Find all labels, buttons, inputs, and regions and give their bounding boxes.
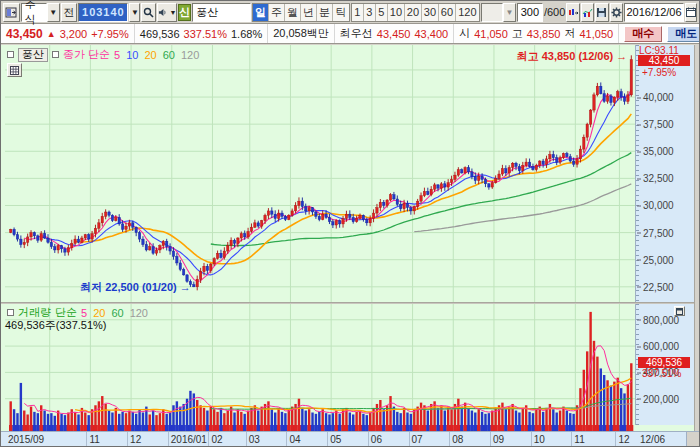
window-panel-button[interactable] [3, 3, 20, 22]
date-axis-separator [327, 432, 328, 447]
speaker-icon [158, 8, 167, 17]
asset-type-value: 주식 [21, 3, 47, 22]
low-value: 41,050 [579, 28, 613, 40]
date-label-04: 04 [289, 434, 300, 445]
high-value: 43,850 [527, 28, 561, 40]
search-button[interactable] [141, 3, 156, 22]
value-group: 20,058백만 [268, 24, 335, 43]
resize-grip[interactable] [686, 432, 700, 447]
interval-button-30[interactable]: 30 [422, 4, 439, 21]
date-label-2016/01: 2016/01 [171, 434, 207, 445]
ohl-group: 시 41,050 고 43,850 저 41,050 [454, 24, 619, 43]
speaker-dropdown-arrow[interactable]: ▼ [169, 9, 176, 16]
settings-button[interactable] [610, 3, 623, 22]
bar-count-input[interactable]: 300 [517, 3, 543, 22]
interval-button-3[interactable]: 3 [364, 4, 376, 21]
stock-name-field[interactable]: 풍산 [192, 3, 251, 22]
date-axis-separator [449, 432, 450, 447]
pane-expand-button[interactable] [674, 306, 685, 316]
asset-type-dropdown-arrow[interactable]: ▼ [47, 3, 60, 22]
turnover-pct: 1.68% [231, 28, 262, 40]
price-legend: 풍산 종가 단순 5102060120 [7, 47, 205, 62]
tab-period-년[interactable]: 년 [301, 4, 317, 21]
date-axis: 2015/0911122016/010203040506070809101112… [1, 431, 700, 447]
calendar-icon [686, 7, 696, 17]
date-label-06: 06 [371, 434, 382, 445]
ma-period-20: 20 [144, 49, 156, 61]
interval-button-10[interactable]: 10 [388, 4, 405, 21]
series-checkbox[interactable] [7, 51, 14, 58]
empty-combo[interactable]: ▼ [481, 3, 516, 22]
high-annotation: 최고 43,850 (12/06) → [517, 49, 628, 64]
bar-count-max: /600 [544, 6, 565, 18]
expand-icon [676, 308, 683, 315]
right-scrollbar[interactable] [694, 45, 700, 431]
compare-chart-button[interactable] [566, 3, 579, 22]
overlay-chart-button[interactable] [581, 3, 594, 22]
tab-period-틱[interactable]: 틱 [333, 4, 349, 21]
sell-button[interactable]: 매도 [667, 26, 700, 42]
tab-period-일[interactable]: 일 [253, 4, 269, 21]
volume-tick-200,000: 200,000 [643, 393, 679, 404]
empty-combo-arrow[interactable]: ▼ [503, 3, 516, 22]
current-price: 43,450 [6, 27, 43, 41]
trade-buttons: 매수 매도 [619, 24, 700, 43]
save-icon [596, 7, 607, 18]
date-axis-separator [86, 432, 87, 447]
best-label: 최우선 [340, 26, 373, 41]
tab-period-분[interactable]: 분 [317, 4, 333, 21]
current-pct-label: +7.95% [642, 67, 676, 78]
price-axis: LC:93.11 43,450 +7.95% 40,00037,50035,00… [635, 45, 694, 302]
interval-button-20[interactable]: 20 [405, 4, 422, 21]
date-label-10: 10 [534, 434, 545, 445]
date-axis-separator [615, 432, 616, 447]
date-field[interactable]: 2016/12/06 [624, 3, 684, 22]
interval-button-60[interactable]: 60 [439, 4, 456, 21]
interval-button-1[interactable]: 1 [352, 4, 364, 21]
volume-pct-label: 337.51% [642, 368, 681, 379]
price-tick-30,000: 30,000 [643, 200, 674, 211]
announce-button[interactable]: ▼ [157, 3, 177, 22]
date-label-12: 12 [130, 434, 141, 445]
stock-code-input[interactable]: 103140 [78, 3, 128, 22]
ma-checkbox[interactable] [52, 51, 59, 58]
minute-interval-group: 13510203060120 [351, 3, 480, 22]
open-label: 시 [459, 26, 470, 41]
buy-button[interactable]: 매수 [624, 26, 662, 42]
date-label-12/06: 12/06 [640, 434, 665, 445]
overlay-chart-icon [582, 7, 593, 18]
best-ask: 43,450 [377, 28, 411, 40]
date-axis-separator [286, 432, 287, 447]
quote-bar: 43,450 ▲ 3,200 +7.95% 469,536 337.51% 1.… [1, 24, 699, 44]
interval-button-120[interactable]: 120 [456, 4, 479, 21]
price-legend-name[interactable]: 풍산 [18, 48, 48, 62]
interval-button-5[interactable]: 5 [376, 4, 388, 21]
volume-value: 469,536 [140, 28, 180, 40]
ma-period-120: 120 [181, 49, 199, 61]
tab-period-주[interactable]: 주 [269, 4, 285, 21]
calendar-button[interactable] [685, 3, 697, 22]
compare-chart-icon [568, 7, 579, 18]
date-label-09: 09 [493, 434, 504, 445]
chart-area: 풍산 종가 단순 5102060120 최고 43,850 (12/06) → … [1, 45, 700, 447]
date-label-08: 08 [452, 434, 463, 445]
ma-period-60: 60 [111, 307, 123, 319]
date-axis-separator [368, 432, 369, 447]
asset-type-combo[interactable]: 주식 ▼ [21, 3, 60, 22]
code-dropdown-arrow[interactable]: ▼ [129, 3, 140, 22]
date-axis-separator [531, 432, 532, 447]
jeon-button[interactable]: 전 [61, 3, 78, 22]
volume-checkbox[interactable] [7, 309, 14, 316]
date-label-03: 03 [249, 434, 260, 445]
tab-period-월[interactable]: 월 [285, 4, 301, 21]
date-axis-separator [246, 432, 247, 447]
date-axis-separator [127, 432, 128, 447]
date-label-2015/09: 2015/09 [8, 434, 44, 445]
price-tick-32,500: 32,500 [643, 173, 674, 184]
price-candlestick-chart[interactable] [5, 45, 635, 302]
price-group: 43,450 ▲ 3,200 +7.95% [1, 24, 135, 43]
grid-icon [10, 66, 19, 75]
grid-toggle-button[interactable] [7, 63, 22, 77]
save-button[interactable] [595, 3, 608, 22]
window-arrow-icon [5, 7, 17, 18]
